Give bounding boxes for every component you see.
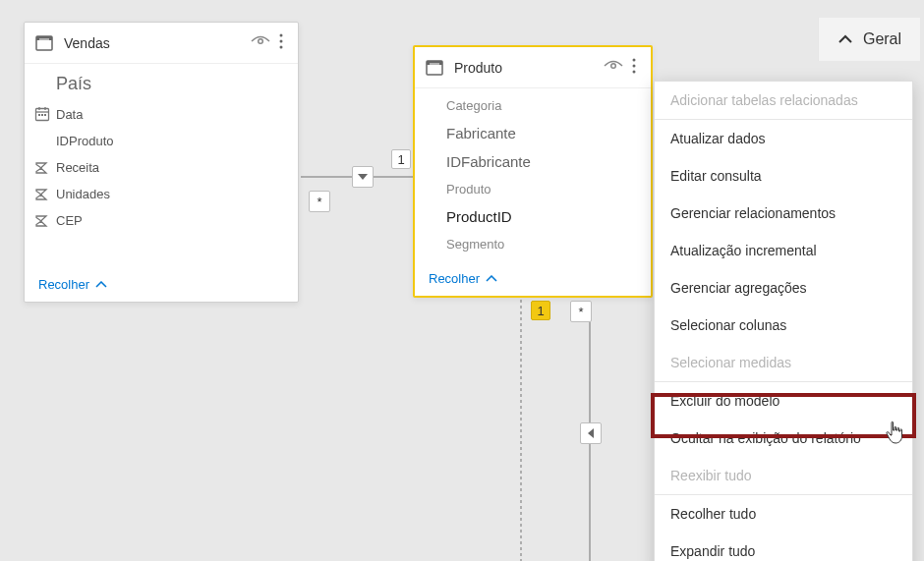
filter-direction-icon[interactable] [580,422,602,444]
svg-rect-2 [39,38,49,39]
chevron-up-icon [95,277,107,292]
field-row[interactable]: IDProduto [25,128,298,154]
sigma-icon [34,188,56,201]
svg-point-4 [280,34,283,37]
visibility-icon[interactable] [604,59,623,76]
field-row[interactable]: CEP [25,207,298,234]
svg-point-19 [633,65,636,68]
svg-point-5 [280,40,283,43]
sigma-icon [34,161,56,175]
ctx-delete-from-model[interactable]: Excluir do modelo [655,382,912,420]
field-row[interactable]: Data [25,100,298,128]
table-context-menu: Adicionar tabelas relacionadas Atualizar… [654,81,913,561]
chevron-up-icon [837,30,853,48]
calendar-icon [34,106,56,122]
cardinality-many: * [570,301,592,322]
field-row[interactable]: ProductID [415,202,651,231]
svg-point-20 [633,71,636,74]
ctx-unhide-all: Reexibir tudo [655,457,912,494]
sigma-icon [34,214,56,228]
svg-rect-12 [41,114,43,116]
collapse-label: Recolher [38,277,89,292]
table-card-vendas[interactable]: Vendas País Data IDProduto Receita [24,22,299,303]
more-options-icon[interactable] [276,32,286,53]
filter-direction-icon[interactable] [352,166,374,188]
svg-point-3 [259,39,263,44]
table-icon [425,58,444,78]
ctx-manage-aggregations[interactable]: Gerenciar agregações [655,269,912,307]
ctx-hide-in-report-view[interactable]: Ocultar na exibição do relatório [655,420,912,457]
cardinality-one: 1 [531,301,550,320]
collapse-button[interactable]: Recolher [415,261,651,296]
ctx-expand-all[interactable]: Expandir tudo [655,533,912,561]
table-header: Vendas [25,23,298,64]
cardinality-one: 1 [391,149,411,169]
field-list: País Data IDProduto Receita Unidades [25,64,298,238]
visibility-icon[interactable] [251,34,270,51]
svg-rect-11 [38,114,40,116]
field-row[interactable]: Segmento [415,231,651,257]
field-row[interactable]: Produto [415,176,651,202]
field-row[interactable]: IDFabricante [415,147,651,176]
chevron-up-icon [486,271,497,286]
field-list: Categoria Fabricante IDFabricante Produt… [415,88,651,261]
field-row[interactable]: Fabricante [415,119,651,147]
svg-rect-13 [44,114,46,116]
field-row[interactable]: País [25,68,298,100]
cardinality-many: * [309,191,330,212]
table-title: Produto [454,60,604,76]
ctx-incremental-refresh[interactable]: Atualização incremental [655,232,912,269]
field-row[interactable]: Categoria [415,92,651,119]
svg-point-17 [611,64,616,69]
properties-panel-toggle[interactable]: Geral [818,18,920,61]
table-header: Produto [415,47,651,88]
ctx-select-measures: Selecionar medidas [655,344,912,381]
svg-point-6 [280,46,283,49]
ctx-add-related-tables: Adicionar tabelas relacionadas [655,82,912,119]
ctx-edit-query[interactable]: Editar consulta [655,157,912,195]
table-title: Vendas [64,35,251,51]
field-row[interactable]: Unidades [25,181,298,207]
svg-point-18 [633,59,636,62]
more-options-icon[interactable] [629,57,639,78]
collapse-label: Recolher [429,271,480,286]
collapse-button[interactable]: Recolher [25,267,298,302]
ctx-select-columns[interactable]: Selecionar colunas [655,307,912,344]
ctx-refresh-data[interactable]: Atualizar dados [655,120,912,157]
ctx-manage-relationships[interactable]: Gerenciar relacionamentos [655,195,912,232]
ctx-collapse-all[interactable]: Recolher tudo [655,495,912,533]
panel-label: Geral [863,30,901,48]
table-card-produto[interactable]: Produto Categoria Fabricante IDFabricant… [413,45,653,298]
table-icon [34,33,54,53]
svg-rect-16 [430,63,439,64]
field-row[interactable]: Receita [25,154,298,181]
